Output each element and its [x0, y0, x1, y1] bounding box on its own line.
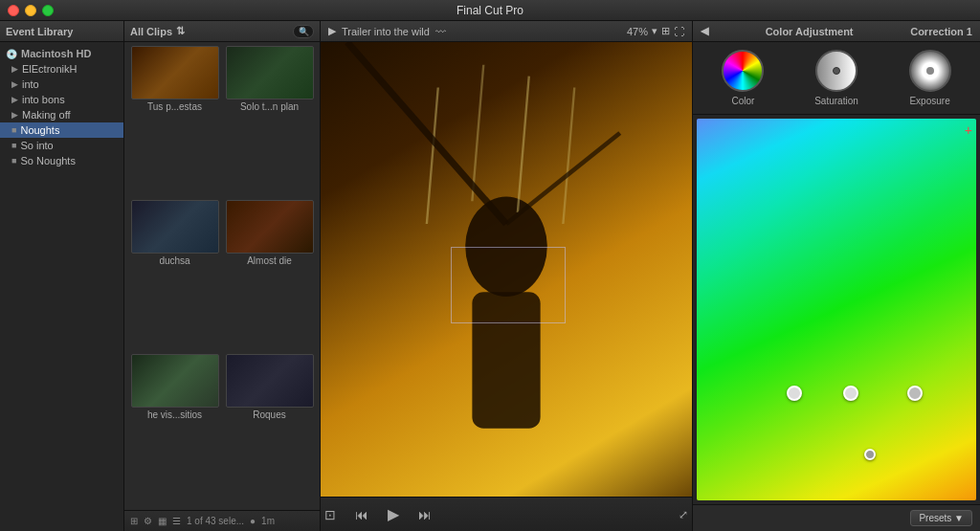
clip-thumbnail	[226, 200, 314, 254]
event-icon: ■	[11, 156, 16, 166]
color-gradient	[697, 119, 976, 500]
exposure-icon	[909, 50, 951, 92]
viewer-icon: ▶	[328, 25, 336, 37]
zoom-dropdown-icon[interactable]: ▾	[652, 25, 657, 37]
browser-footer: ⊞ ⚙ ▦ ☰ 1 of 43 sele... ● 1m	[124, 510, 320, 531]
viewer-next-btn[interactable]: ⏭	[414, 505, 435, 524]
browser-settings-icon[interactable]: ⚙	[144, 516, 152, 526]
viewer-prev-btn[interactable]: ⏮	[351, 505, 372, 524]
viewer-fullscreen-icon[interactable]: ⛶	[674, 26, 684, 37]
browser-list-icon[interactable]: ☰	[172, 516, 181, 526]
main-layout: Event Library 💿 Macintosh HD ▶ ElEctroni…	[0, 21, 980, 531]
browser-grid-icon[interactable]: ▦	[158, 516, 167, 526]
viewer-zoom: 47% ▾ ⊞ ⛶	[627, 25, 684, 37]
library-item[interactable]: ▶ Making off	[0, 107, 123, 122]
clip-item[interactable]: he vis...sitios	[128, 354, 221, 506]
clip-duration-icon: ●	[250, 516, 256, 526]
color-footer: Presets ▼	[693, 504, 980, 531]
clip-label: duchsa	[159, 255, 189, 266]
clip-label: he vis...sitios	[147, 409, 202, 420]
browser-footer-left[interactable]: ⊞	[130, 516, 138, 526]
library-item[interactable]: ■ So into	[0, 138, 123, 153]
crop-overlay	[451, 247, 566, 323]
viewer-fullscreen-btn[interactable]: ⤢	[675, 506, 692, 523]
clip-label: Tus p...estas	[147, 101, 202, 112]
library-device: 💿 Macintosh HD	[0, 46, 123, 61]
color-handle-highlight[interactable]	[907, 386, 923, 401]
clip-item[interactable]: duchsa	[128, 200, 221, 352]
color-panel-header: ◀ Color Adjustment Correction 1	[693, 21, 980, 42]
color-reset-icon[interactable]: +	[965, 122, 972, 138]
color-panel: ◀ Color Adjustment Correction 1 Color Sa…	[693, 21, 980, 531]
clip-label: Roques	[253, 409, 285, 420]
event-library-items: 💿 Macintosh HD ▶ ElEctronikH ▶ into ▶ in…	[0, 42, 123, 531]
viewer-fit-btn[interactable]: ⊡	[321, 505, 340, 524]
top-section: ▶ Trailer into the wild 〰 47% ▾ ⊞ ⛶	[321, 21, 980, 531]
correction-label: Correction 1	[910, 26, 972, 37]
color-board[interactable]: +	[697, 119, 976, 500]
color-tools: Color Saturation Exposure	[693, 42, 980, 115]
clip-label: Almost die	[247, 255, 292, 266]
clip-thumbnail	[131, 46, 219, 100]
browser: All Clips ⇅ 🔍 Tus p...estas Solo t...n p…	[124, 21, 321, 531]
clip-item[interactable]: Solo t...n plan	[223, 46, 316, 198]
clip-item[interactable]: Tus p...estas	[128, 46, 221, 198]
clip-item[interactable]: Almost die	[223, 200, 316, 352]
browser-header: All Clips ⇅ 🔍	[124, 21, 320, 42]
clip-duration: 1m	[261, 516, 275, 526]
viewer-waveform-icon: 〰	[435, 26, 446, 37]
library-item[interactable]: ▶ into	[0, 77, 123, 92]
svg-rect-10	[697, 119, 976, 500]
folder-icon: ▶	[11, 110, 18, 120]
app-title: Final Cut Pro	[457, 4, 523, 17]
color-handle-mid[interactable]	[843, 386, 858, 401]
viewer-play-btn[interactable]: ▶	[384, 503, 403, 525]
film-frame	[321, 42, 692, 497]
presets-button[interactable]: Presets ▼	[910, 510, 972, 526]
folder-icon: ▶	[11, 64, 18, 74]
hard-drive-icon: 💿	[6, 49, 17, 59]
color-wheel-tool[interactable]: Color	[722, 50, 764, 106]
maximize-button[interactable]	[42, 5, 54, 16]
folder-icon: ▶	[11, 79, 18, 89]
titlebar: Final Cut Pro	[0, 0, 980, 21]
viewer-title: Trailer into the wild	[342, 26, 430, 37]
exposure-label: Exposure	[909, 96, 949, 106]
device-name: Macintosh HD	[21, 48, 91, 59]
clip-thumbnail	[226, 354, 314, 408]
saturation-tool[interactable]: Saturation	[814, 50, 858, 106]
saturation-label: Saturation	[814, 96, 858, 106]
zoom-value: 47%	[627, 26, 648, 37]
event-icon: ■	[11, 125, 16, 135]
minimize-button[interactable]	[25, 5, 36, 16]
library-item[interactable]: ▶ into bons	[0, 92, 123, 107]
traffic-lights	[8, 5, 54, 16]
color-tool-label: Color	[731, 96, 754, 106]
viewer-header: ▶ Trailer into the wild 〰 47% ▾ ⊞ ⛶	[321, 21, 692, 42]
color-panel-back-icon[interactable]: ◀	[701, 25, 708, 37]
viewer-canvas[interactable]	[321, 42, 692, 497]
color-handle-global[interactable]	[864, 449, 876, 460]
clip-item[interactable]: Roques	[223, 354, 316, 506]
browser-header-left: All Clips ⇅	[130, 25, 185, 37]
event-icon: ■	[11, 141, 16, 150]
color-adjustment-title: Color Adjustment	[766, 26, 854, 37]
sort-icon[interactable]: ⇅	[176, 25, 185, 37]
viewer-fit-icon[interactable]: ⊞	[661, 25, 670, 37]
clip-thumbnail	[131, 200, 219, 254]
all-clips-label: All Clips	[130, 26, 172, 37]
clip-label: Solo t...n plan	[240, 101, 299, 112]
library-item[interactable]: ▶ ElEctronikH	[0, 61, 123, 77]
color-wheel-icon	[722, 50, 764, 92]
event-library-title: Event Library	[6, 26, 73, 37]
clips-grid: Tus p...estas Solo t...n plan duchsa Alm…	[124, 42, 320, 510]
color-handle-shadow[interactable]	[787, 386, 802, 401]
library-item[interactable]: ■ So Noughts	[0, 153, 123, 168]
viewer-area: ▶ Trailer into the wild 〰 47% ▾ ⊞ ⛶	[321, 21, 693, 531]
exposure-tool[interactable]: Exposure	[909, 50, 951, 106]
clip-thumbnail	[226, 46, 314, 100]
close-button[interactable]	[8, 5, 19, 16]
viewer-controls: ⊡ ⏮ ▶ ⏭ ⤢	[321, 497, 692, 531]
library-item-noughts[interactable]: ■ Noughts	[0, 122, 123, 138]
browser-search-icon[interactable]: 🔍	[293, 25, 314, 38]
